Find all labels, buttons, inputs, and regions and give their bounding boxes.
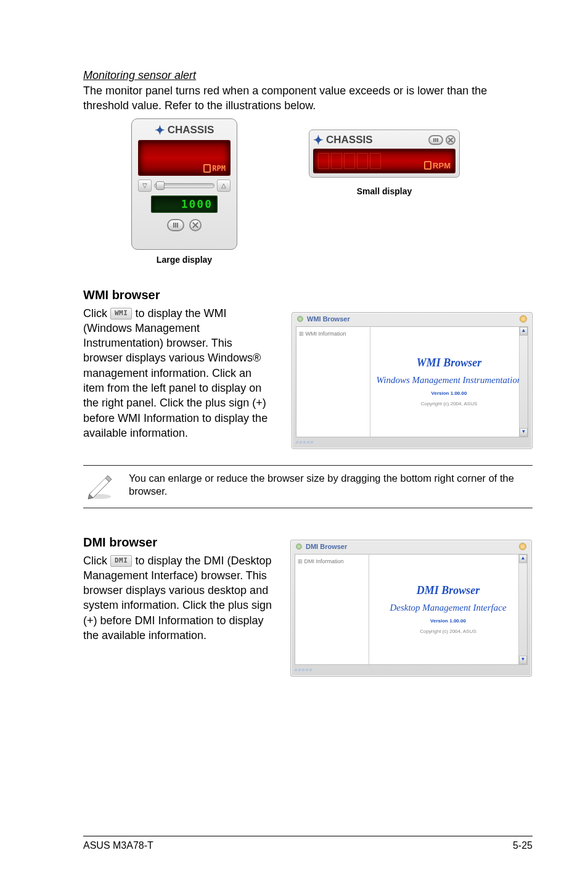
window-close-icon[interactable] [519,543,526,550]
slider-increase-button[interactable]: △ [217,179,231,192]
wmi-heading: WMI browser [83,288,533,302]
dmi-browser-window: DMI Browser DMI Information DMI Browser … [290,540,532,677]
wmi-window-title: WMI Browser [307,315,350,323]
resize-grip-icon[interactable] [296,441,528,446]
dmi-version: Version 1.00.00 [430,618,466,624]
rpm-unit-large-text: RPM [212,164,226,173]
monitoring-alert-body: The monitor panel turns red when a compo… [83,83,533,113]
wmi-copyright: Copyright (c) 2004, ASUS [421,401,478,406]
note-box: You can enlarge or reduce the browser si… [83,465,533,508]
note-text: You can enlarge or reduce the browser si… [129,472,533,498]
close-icon[interactable] [446,135,455,145]
chassis-small-panel: ✦ CHASSIS RPM [309,130,460,178]
config-icon[interactable] [167,219,184,231]
threshold-value-display: 1000 [151,196,218,213]
dmi-section: Click DMI to display the DMI (Desktop Ma… [83,553,533,677]
window-close-icon[interactable] [520,315,527,323]
dmi-copyright: Copyright (c) 2004, ASUS [420,629,476,634]
wmi-browser-window: WMI Browser WMI Information WMI Browser … [292,312,533,449]
wmi-body: Click WMI to display the WMI (Windows Ma… [83,306,274,441]
threshold-slider[interactable]: ▽ △ [138,179,231,192]
rpm-unit-small-text: RPM [433,161,451,170]
dmi-pretext: Click [83,555,110,567]
monitoring-alert-heading: Monitoring sensor alert [83,69,533,82]
dmi-tree-pane[interactable]: DMI Information [295,555,369,664]
chassis-large-title-text: CHASSIS [168,124,214,136]
slider-decrease-button[interactable]: ▽ [138,179,152,192]
wmi-posttext: to display the WMI (Windows Management I… [83,307,267,439]
wmi-section: Click WMI to display the WMI (Windows Ma… [83,306,533,449]
dmi-window-titlebar: DMI Browser [291,540,531,553]
rpm-unit-large: RPM [200,162,229,175]
chassis-small-title: ✦ CHASSIS [313,133,373,147]
wmi-content-pane: WMI Browser Windows Management Instrumen… [370,327,528,437]
chassis-small-lcd: RPM [313,149,455,173]
scrollbar[interactable]: ▲▼ [519,327,528,437]
chassis-small-title-text: CHASSIS [326,134,373,146]
plus-icon: ✦ [155,123,165,138]
resize-grip-icon[interactable] [295,669,528,674]
footer-page-number: 5-25 [513,840,533,851]
footer-product: ASUS M3A78-T [83,840,153,851]
window-orb-icon [296,543,302,550]
dmi-body: Click DMI to display the DMI (Desktop Ma… [83,553,273,643]
scrollbar[interactable]: ▲▼ [518,555,527,664]
wmi-pane-subtitle: Windows Management Instrumentation [377,374,522,386]
chassis-large-panel: ✦ CHASSIS RPM ▽ △ 1000 [131,118,237,250]
chassis-large-title: ✦ CHASSIS [155,123,214,138]
page-footer: ASUS M3A78-T 5-25 [83,836,533,851]
display-panels-row: ✦ CHASSIS RPM ▽ △ 1000 Lar [83,118,533,265]
rpm-box-icon [424,161,431,170]
chassis-large-lcd: RPM [138,140,231,176]
large-display-caption: Large display [157,255,212,265]
dmi-tree-root[interactable]: DMI Information [298,558,366,564]
chassis-large-footer-icons [167,219,202,231]
config-icon[interactable] [428,135,443,145]
dmi-content-pane: DMI Browser Desktop Management Interface… [369,555,527,664]
wmi-pretext: Click [83,307,110,320]
wmi-window-titlebar: WMI Browser [292,313,532,325]
dmi-pane-subtitle: Desktop Management Interface [390,602,506,613]
slider-thumb[interactable] [156,181,165,190]
wmi-tree-pane[interactable]: WMI Information [296,327,370,437]
wmi-tree-root[interactable]: WMI Information [299,331,367,337]
plus-icon: ✦ [313,133,324,147]
pencil-icon [86,472,114,500]
dmi-window-title: DMI Browser [306,543,347,550]
rpm-box-icon [203,164,211,173]
wmi-version: Version 1.00.00 [431,390,467,396]
small-display-caption: Small display [357,186,412,196]
slider-track[interactable] [154,183,214,188]
dmi-posttext: to display the DMI (Desktop Management I… [83,555,272,642]
wmi-button[interactable]: WMI [110,308,132,320]
rpm-unit-small: RPM [420,159,454,172]
window-orb-icon [297,316,303,322]
wmi-pane-title: WMI Browser [417,357,482,369]
dmi-button[interactable]: DMI [110,555,132,567]
close-icon[interactable] [189,219,202,231]
dmi-pane-title: DMI Browser [417,584,480,597]
